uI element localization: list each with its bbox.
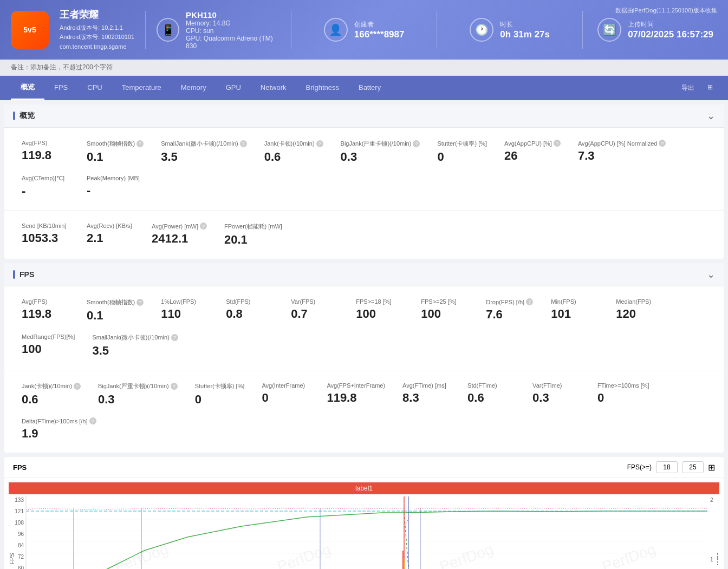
fps-smooth-help[interactable]: ? (136, 299, 144, 306)
overview-header: 概览 ⌄ (4, 104, 724, 128)
jank-value: 0.6 (264, 150, 323, 164)
chart-view-toggle[interactable]: ⊞ (708, 462, 715, 473)
fps-smooth: Smooth(稳帧指数)? 0.1 (78, 293, 152, 328)
avg-power-help-icon[interactable]: ? (200, 223, 207, 230)
fps-std-value: 0.8 (226, 307, 274, 321)
fps-medrange: MedRange(FPS)[%] 100 (13, 328, 83, 363)
creator-icon: 👤 (324, 18, 348, 42)
fps-stutter-value: 0 (195, 393, 245, 407)
tab-cpu[interactable]: CPU (77, 77, 112, 100)
smooth-label: Smooth(稳帧指数) (87, 140, 135, 148)
notes-bar[interactable]: 备注：添加备注，不超过200个字符 (0, 60, 728, 76)
export-button[interactable]: 导出 (677, 81, 699, 95)
fps-jank-help[interactable]: ? (74, 383, 81, 390)
fps-section-title: FPS (13, 270, 34, 279)
avg-app-cpu-label: Avg(AppCPU) [%] (504, 140, 552, 147)
avg-fps-label: Avg(FPS) (22, 140, 47, 146)
small-jank-help-icon[interactable]: ? (240, 140, 247, 147)
tab-overview[interactable]: 概览 (11, 76, 44, 100)
svg-text:121: 121 (15, 508, 24, 514)
fps-stats-row2: Jank(卡顿)(/10min)? 0.6 BigJank(严重卡顿)(/10m… (4, 370, 724, 453)
small-jank-label: SmallJank(微小卡顿)(/10min) (161, 140, 238, 148)
app-info: 王者荣耀 Android版本号: 10.2.1.1 Android版本号: 10… (60, 8, 134, 52)
svg-text:133: 133 (15, 497, 24, 503)
fps-expand[interactable]: ⌄ (707, 269, 715, 280)
tab-network[interactable]: Network (251, 77, 296, 100)
stat-jank: Jank(卡顿)(/10min)? 0.6 (256, 134, 332, 169)
fps-bigjank: BigJank(严重卡顿)(/10min)? 0.3 (89, 377, 186, 412)
fps-avg-ftime-value: 8.3 (402, 391, 450, 405)
fps-median-value: 120 (616, 307, 664, 321)
tab-temperature[interactable]: Temperature (112, 77, 171, 100)
tab-gpu[interactable]: GPU (216, 77, 251, 100)
creator-value: 166****8987 (354, 29, 405, 40)
fps-threshold-controls: FPS(>=) ⊞ (627, 461, 715, 473)
grid-view-button[interactable]: ⊞ (703, 81, 717, 95)
upload-value: 07/02/2025 16:57:29 (628, 29, 713, 40)
stat-avg-app-cpu: Avg(AppCPU) [%]? 26 (496, 134, 569, 169)
fps-delta-ftime-help[interactable]: ? (89, 417, 96, 424)
fps-drop-help[interactable]: ? (526, 298, 533, 305)
clock-icon: 🕐 (470, 18, 493, 42)
fps-jank-value: 0.6 (22, 393, 81, 407)
stat-avg-fps: Avg(FPS) 119.8 (13, 134, 78, 169)
fps-chart-section: FPS FPS(>=) ⊞ label1 133 (4, 457, 724, 569)
fps-avg: Avg(FPS) 119.8 (13, 293, 78, 328)
gpu-info: GPU: Qualcomm Adreno (TM) 830 (186, 35, 280, 50)
fps-std-ftime-value: 0.6 (467, 391, 515, 405)
fps-section: FPS ⌄ Avg(FPS) 119.8 Smooth(稳帧指数)? 0.1 1… (4, 263, 724, 453)
fpower-value: 20.1 (224, 233, 282, 247)
stutter-value: 0 (437, 150, 487, 164)
small-jank-value: 3.5 (161, 150, 246, 164)
fps-smalljank-value: 3.5 (92, 344, 178, 358)
fps-chart-title: FPS (13, 463, 27, 472)
fps-avg-fps-interframe-value: 119.8 (327, 391, 385, 405)
chart-label-text: label1 (355, 485, 373, 492)
header-divider-4 (582, 11, 583, 49)
fps-threshold-val2[interactable] (682, 461, 704, 473)
stat-stutter: Stutter(卡顿率) [%] 0 (428, 134, 496, 169)
stat-big-jank: BigJank(严重卡顿)(/10min)? 0.3 (332, 134, 429, 169)
svg-text:FPS: FPS (9, 553, 15, 564)
avg-app-cpu-norm-help-icon[interactable]: ? (659, 140, 666, 147)
tab-fps[interactable]: FPS (44, 77, 77, 100)
smooth-help-icon[interactable]: ? (136, 140, 144, 147)
jank-label: Jank(卡顿)(/10min) (264, 140, 315, 148)
send-value: 1053.3 (22, 231, 69, 245)
overview-section: 概览 ⌄ Avg(FPS) 119.8 Smooth(稳帧指数)? 0.1 Sm… (4, 104, 724, 259)
stat-smooth: Smooth(稳帧指数)? 0.1 (78, 134, 152, 169)
cpu-info: CPU: sun (186, 27, 280, 35)
fps-ge25: FPS>=25 [%] 100 (412, 293, 477, 328)
fps-avg-fps-interframe: Avg(FPS+InterFrame) 119.8 (318, 377, 394, 412)
tab-battery[interactable]: Battery (349, 77, 391, 100)
avg-ctemp-value: - (22, 184, 69, 198)
duration-stat: 🕐 时长 0h 31m 27s (448, 18, 571, 42)
fps-ftime-ge100: FTime>=100ms [%] 0 (589, 377, 658, 412)
fps-var-value: 0.7 (291, 307, 339, 321)
fps-delta-ftime-value: 1.9 (22, 427, 96, 441)
overview-stats-row1: Avg(FPS) 119.8 Smooth(稳帧指数)? 0.1 SmallJa… (4, 128, 724, 210)
creator-label: 创建者 (354, 20, 405, 29)
fps-delta-ftime: Delta(FTime)>100ms [/h]? 1.9 (13, 412, 105, 446)
jank-help-icon[interactable]: ? (316, 140, 323, 147)
send-label: Send [KB/10min] (22, 223, 67, 229)
svg-text:1: 1 (710, 557, 713, 563)
avg-power-label: Avg(Power) [mW] (152, 223, 198, 230)
fps-ge18: FPS>=18 [%] 100 (347, 293, 412, 328)
big-jank-help-icon[interactable]: ? (413, 140, 420, 147)
fps-ge18-value: 100 (356, 307, 404, 321)
android-id: Android版本号: 1002010101 (60, 32, 134, 42)
fps-smalljank-help[interactable]: ? (171, 334, 178, 341)
fps-bigjank-help[interactable]: ? (171, 383, 178, 390)
stat-peak-memory: Peak(Memory) [MB] - (78, 169, 148, 204)
tab-brightness[interactable]: Brightness (296, 77, 349, 100)
fps-std-ftime: Std(FTime) 0.6 (459, 377, 524, 412)
avg-app-cpu-norm-label: Avg(AppCPU) [%] Normalized (578, 140, 658, 147)
fps-min-value: 101 (551, 307, 599, 321)
overview-expand[interactable]: ⌄ (707, 110, 715, 122)
avg-app-cpu-help-icon[interactable]: ? (554, 140, 561, 147)
tab-memory[interactable]: Memory (171, 77, 216, 100)
fps-threshold-val1[interactable] (656, 461, 678, 473)
notes-text: 备注：添加备注，不超过200个字符 (11, 63, 113, 71)
avg-ctemp-label: Avg(CTemp)[℃] (22, 175, 64, 182)
